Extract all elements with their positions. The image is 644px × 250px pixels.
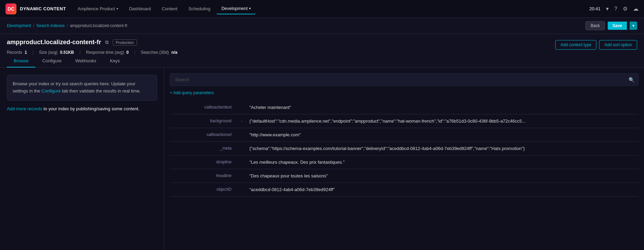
size-value: 0.51KB <box>60 50 74 55</box>
save-dropdown-button[interactable]: ▾ <box>630 22 637 30</box>
field-name-cell: headline <box>170 169 238 183</box>
nav-item-dashboard[interactable]: Dashboard <box>124 3 156 14</box>
search-bar: 🔍 <box>170 73 639 86</box>
table-row: headline"Des chapeaux pour toutes les sa… <box>170 169 639 183</box>
logo-area: DC DYNAMIC CONTENT <box>5 3 66 14</box>
field-value-cell: {"schema":"https://schema-examples.com/t… <box>247 142 639 155</box>
chevron-down-icon: ▾ <box>116 7 118 11</box>
logo-text: DYNAMIC CONTENT <box>20 6 66 11</box>
table-row: background›{"defaultHost":"cdn.media.amp… <box>170 114 639 128</box>
add-sort-option-button[interactable]: Add sort option <box>599 40 637 50</box>
page-title-row: ampproduct.localized-content-fr ⧉ Produc… <box>7 39 183 46</box>
add-content-type-button[interactable]: Add content type <box>555 40 596 50</box>
response-label: Response time (avg) <box>86 50 124 55</box>
tab-browse[interactable]: Browse <box>7 55 35 67</box>
searches-value: n/a <box>171 50 177 55</box>
add-records-link[interactable]: Add more records <box>7 106 42 111</box>
searches-stat: Searches (30d) n/a <box>135 50 183 55</box>
top-nav: DC DYNAMIC CONTENT Amplience Product ▾Da… <box>0 0 644 18</box>
chevron-right-icon[interactable]: › <box>241 119 243 123</box>
add-records-suffix: to your index by publishing/saving some … <box>42 106 139 111</box>
nav-item-content[interactable]: Content <box>157 3 182 14</box>
tab-configure[interactable]: Configure <box>35 55 68 67</box>
copy-icon[interactable]: ⧉ <box>105 39 109 45</box>
expand-cell <box>238 101 247 114</box>
response-stat: Response time (avg) 0 <box>80 50 134 55</box>
table-row: calltoactiontext"Acheter maintenant" <box>170 101 639 114</box>
configure-link[interactable]: Configure <box>41 88 61 93</box>
field-name-cell: background <box>170 114 238 128</box>
add-records-text: Add more records to your index by publis… <box>7 106 157 111</box>
search-input[interactable] <box>170 73 639 86</box>
field-name-cell: calltoactionurl <box>170 128 238 142</box>
expand-cell <box>238 155 247 169</box>
left-panel: Browse your index or try out search quer… <box>0 68 164 250</box>
breadcrumb: Development / Search indexes / ampproduc… <box>0 18 644 34</box>
page-header: ampproduct.localized-content-fr ⧉ Produc… <box>0 34 644 68</box>
table-row: calltoactionurl"http://www.example.com" <box>170 128 639 142</box>
field-value-cell: "Acheter maintenant" <box>247 101 639 114</box>
records-stat: Records 1 <box>7 50 33 55</box>
field-value-cell: {"defaultHost":"cdn.media.amplience.net"… <box>247 114 639 128</box>
info-box: Browse your index or try out search quer… <box>7 75 157 101</box>
tabs: Browse Configure Webhooks Keys <box>7 55 637 67</box>
breadcrumb-development[interactable]: Development <box>7 23 31 28</box>
logo-icon: DC <box>5 3 16 14</box>
nav-item-scheduling[interactable]: Scheduling <box>184 3 215 14</box>
field-value-cell: "Les meilleurs chapeaux. Des prix fantas… <box>247 155 639 169</box>
field-name-cell: _meta <box>170 142 238 155</box>
expand-cell[interactable]: › <box>238 114 247 128</box>
save-button[interactable]: Save <box>608 22 627 30</box>
expand-cell <box>238 183 247 197</box>
save-cloud-icon[interactable]: ☁ <box>633 5 639 12</box>
stats-row: Records 1 | Size (avg) 0.51KB | Response… <box>7 50 183 55</box>
breadcrumb-sep-1: / <box>33 23 34 28</box>
searches-label: Searches (30d) <box>141 50 169 55</box>
field-value-cell: "Des chapeaux pour toutes les saisons" <box>247 169 639 183</box>
breadcrumb-search-indexes[interactable]: Search indexes <box>36 23 65 28</box>
search-icon: 🔍 <box>629 77 634 83</box>
tab-keys[interactable]: Keys <box>103 55 127 67</box>
records-label: Records <box>7 50 22 55</box>
expand-cell <box>238 128 247 142</box>
nav-item-development[interactable]: Development ▾ <box>216 3 256 14</box>
field-name-cell: calltoactiontext <box>170 101 238 114</box>
expand-cell <box>238 142 247 155</box>
page-actions: Add content type Add sort option <box>555 40 637 50</box>
right-panel: 🔍 + Add query parameters calltoactiontex… <box>164 68 644 250</box>
main-content: Browse your index or try out search quer… <box>0 68 644 250</box>
breadcrumb-current: ampproduct.localized-content-fr <box>70 23 127 28</box>
chevron-down-icon: ▾ <box>249 7 251 10</box>
field-name-cell: objectID <box>170 183 238 197</box>
breadcrumb-sep-2: / <box>67 23 68 28</box>
records-value: 1 <box>25 50 27 55</box>
breadcrumb-left: Development / Search indexes / ampproduc… <box>7 23 127 28</box>
nav-item-amplience-product[interactable]: Amplience Product ▾ <box>73 3 123 14</box>
field-value-cell: "aceddbcd-0812-4ab4-a06d-7eb39ed924ff" <box>247 183 639 197</box>
tab-webhooks[interactable]: Webhooks <box>69 55 103 67</box>
settings-icon[interactable]: ⚙ <box>623 5 628 12</box>
data-table: calltoactiontext"Acheter maintenant"back… <box>170 101 639 197</box>
clock-display: 20:41 <box>590 6 601 11</box>
size-label: Size (avg) <box>39 50 58 55</box>
nav-right: 20:41 ▾ ? ⚙ ☁ <box>590 5 639 12</box>
add-query-link[interactable]: + Add query parameters <box>170 90 214 95</box>
nav-items: Amplience Product ▾DashboardContentSched… <box>73 3 590 14</box>
table-row: strapline"Les meilleurs chapeaux. Des pr… <box>170 155 639 169</box>
response-value: 0 <box>126 50 129 55</box>
production-badge: Production <box>113 39 137 46</box>
field-name-cell: strapline <box>170 155 238 169</box>
page-title: ampproduct.localized-content-fr <box>7 39 101 46</box>
breadcrumb-actions: Back Save ▾ <box>585 21 637 30</box>
expand-cell <box>238 169 247 183</box>
size-stat: Size (avg) 0.51KB <box>34 50 79 55</box>
back-button[interactable]: Back <box>585 21 605 30</box>
field-value-cell: "http://www.example.com" <box>247 128 639 142</box>
chevron-down-icon[interactable]: ▾ <box>606 5 609 12</box>
table-row: objectID"aceddbcd-0812-4ab4-a06d-7eb39ed… <box>170 183 639 197</box>
info-text: Browse your index or try out search quer… <box>13 80 151 95</box>
table-row: _meta{"schema":"https://schema-examples.… <box>170 142 639 155</box>
help-icon[interactable]: ? <box>614 6 617 12</box>
